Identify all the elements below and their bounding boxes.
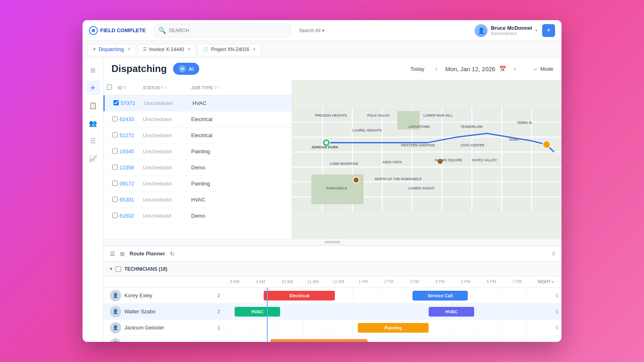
grid-cell (378, 336, 402, 342)
user-chevron-icon[interactable]: ▾ (535, 28, 537, 33)
tech-score: 0 (552, 309, 561, 315)
grid-view-icon[interactable]: ⊞ (120, 251, 125, 257)
table-row[interactable]: ⋮⋮ 09172 Unscheduled Painting (103, 176, 292, 192)
svg-text:HAYES VALLEY: HAYES VALLEY (472, 158, 497, 162)
id-sort-icon[interactable]: ⇅ (123, 86, 126, 90)
job-block[interactable]: Painting (358, 323, 429, 333)
job-block[interactable]: Electrical (264, 291, 335, 300)
grid-cell (502, 288, 527, 304)
nav-list-icon[interactable]: ☰ (86, 134, 100, 148)
nav-dispatch-icon[interactable]: ✈ (86, 80, 100, 95)
search-input[interactable] (169, 28, 286, 33)
tab-dispatching-close[interactable]: ✕ (127, 47, 131, 52)
today-button[interactable]: Today (407, 64, 428, 74)
list-view-icon[interactable]: ☰ (110, 251, 115, 257)
table-row[interactable]: ⋮⋮ 19345 Unscheduled Painting (103, 144, 292, 160)
tech-name: Scottie Freeman (124, 341, 214, 342)
status-sort-icon[interactable]: ⇅ (161, 86, 164, 90)
select-all-checkbox[interactable] (107, 84, 112, 90)
map-view[interactable]: PRESIDIO HEIGHTS POLK GULCH LOWER NOB HI… (293, 80, 561, 239)
svg-text:JORDAN PARK: JORDAN PARK (311, 145, 339, 149)
grid-cell (353, 288, 378, 304)
row-status: Unscheduled (143, 213, 191, 219)
technicians-group-header: ▾ TECHNICIANS (18) (103, 262, 561, 276)
job-block[interactable]: HVAC (235, 307, 280, 317)
time-slot: 3 PM (408, 276, 433, 288)
col-status: STATUS ⇅ ▾ (143, 85, 191, 90)
tab-invoice-close[interactable]: ✕ (187, 47, 191, 52)
add-button[interactable]: + (542, 24, 555, 37)
ai-label: AI (188, 66, 194, 72)
refresh-icon[interactable]: ↻ (170, 251, 175, 257)
drag-handle: ⋮⋮ (108, 101, 114, 106)
svg-point-20 (353, 177, 359, 183)
nav-users-icon[interactable]: 👥 (86, 116, 100, 130)
drag-handle: ⋮⋮ (107, 213, 112, 218)
tab-project-close[interactable]: ✕ (252, 47, 256, 52)
group-checkbox[interactable] (116, 266, 121, 272)
drag-handle: ⋮⋮ (107, 197, 112, 202)
grid-cell (228, 336, 253, 342)
svg-text:YERBA B.: YERBA B. (517, 121, 533, 125)
table-row[interactable]: ⋮⋮ 65301 Unscheduled HVAC (103, 192, 292, 208)
jobtype-sort-icon[interactable]: ⇅ (214, 86, 217, 90)
tech-row: 👤 Scottie Freeman 1 Plumbing 0 (103, 336, 561, 342)
row-jobtype: Painting (191, 181, 289, 187)
row-checkbox[interactable] (112, 116, 120, 123)
mode-icon: ↔ (533, 66, 538, 72)
tech-name: Korey Exley (124, 292, 214, 298)
expand-icon[interactable]: ▾ (110, 266, 112, 272)
time-slot: 11 AM (305, 276, 331, 288)
tech-score: 0 (552, 325, 561, 331)
job-block[interactable]: HVAC (429, 307, 474, 317)
tab-invoice[interactable]: ☰ Invoice X-14440 ✕ (138, 44, 196, 55)
tech-avatar: 👤 (110, 290, 121, 301)
row-checkbox[interactable] (112, 132, 120, 139)
time-slots: 8 AM9 AM10 AM11 AM12 AM1 PM2 PM3 PM4 PM5… (228, 276, 561, 288)
top-bar: FIELD COMPLETE 🔍 Search All ▾ 👤 Bruce Mc… (83, 20, 561, 41)
mode-button[interactable]: ↔ Mode (533, 66, 553, 72)
tech-info: 👤 Scottie Freeman 1 (103, 338, 228, 342)
nav-document-icon[interactable]: 📋 (86, 98, 100, 113)
col-checkbox[interactable] (107, 84, 118, 90)
row-checkbox[interactable] (112, 148, 120, 155)
row-checkbox[interactable] (112, 181, 120, 187)
search-all-button[interactable]: Search All ▾ (295, 28, 328, 33)
table-row[interactable]: ⋮⋮ 61502 Unscheduled Demo (103, 208, 292, 224)
tab-project[interactable]: 📄 Project XN-24016 ✕ (198, 44, 261, 55)
next-date-button[interactable]: › (510, 64, 520, 74)
row-id: 12356 (120, 165, 143, 171)
search-bar[interactable]: 🔍 (154, 24, 291, 37)
nav-chart-icon[interactable]: 📈 (86, 151, 100, 166)
table-row[interactable]: ⋮⋮ 62433 Unscheduled Electrical (103, 111, 292, 128)
time-slot: 9 AM (254, 276, 280, 288)
row-status: Unscheduled (143, 117, 191, 122)
job-block[interactable]: Plumbing (270, 339, 367, 342)
avatar: 👤 (475, 24, 487, 37)
row-checkbox[interactable] (112, 197, 120, 203)
job-block[interactable]: Service Call (413, 291, 468, 300)
row-checkbox[interactable] (112, 213, 120, 219)
grid-cell (477, 304, 502, 320)
calendar-icon[interactable]: 📅 (499, 66, 506, 72)
row-jobtype: Painting (191, 148, 289, 154)
table-row[interactable]: ⋮⋮ 12356 Unscheduled Demo (103, 160, 292, 176)
resize-handle[interactable] (103, 239, 561, 245)
grid-cell (253, 320, 278, 336)
status-filter-icon[interactable]: ▾ (165, 86, 167, 90)
timeline-body: ▾ TECHNICIANS (18) 8 AM9 AM10 AM11 AM12 … (103, 262, 561, 342)
row-checkbox[interactable] (114, 100, 121, 107)
grid-cell (278, 320, 303, 336)
grid-cell (452, 336, 477, 342)
nav-grid-icon[interactable]: ⊞ (86, 63, 100, 77)
table-row[interactable]: ⋮⋮ 51272 Unscheduled Electrical (103, 128, 292, 144)
tech-job-count: 1 (217, 341, 220, 342)
svg-text:JAPANTOWN: JAPANTOWN (409, 125, 430, 129)
table-row[interactable]: ⋮⋮ 57371 Unscheduled HVAC (103, 95, 292, 111)
jobtype-filter-icon[interactable]: ▾ (218, 86, 220, 90)
ai-button[interactable]: ⟳ AI (173, 63, 199, 75)
tab-dispatching[interactable]: ✈ Dispatching ✕ (87, 44, 136, 55)
prev-date-button[interactable]: ‹ (431, 64, 441, 74)
row-checkbox[interactable] (112, 165, 120, 171)
svg-text:CIVIC CENTER: CIVIC CENTER (461, 143, 485, 147)
